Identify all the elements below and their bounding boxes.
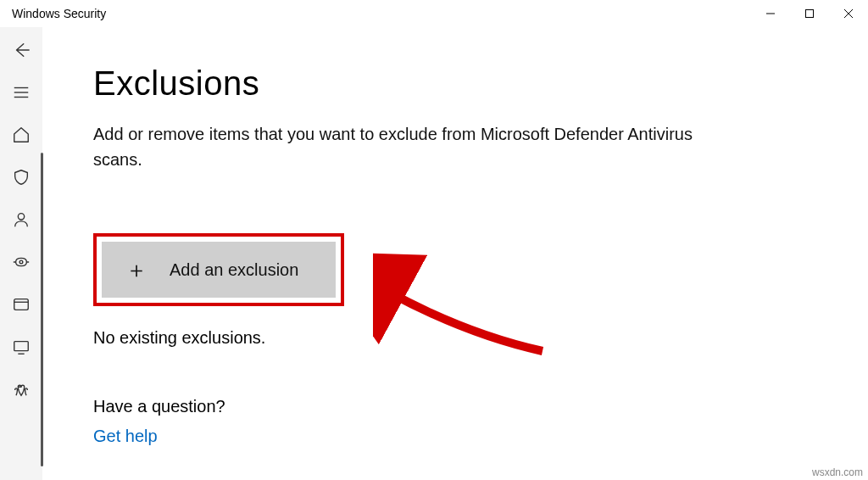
titlebar: Windows Security — [0, 0, 868, 27]
device-icon[interactable] — [12, 338, 31, 356]
svg-point-8 — [19, 260, 23, 264]
main-content: Exclusions Add or remove items that you … — [42, 27, 868, 480]
shield-icon[interactable] — [12, 168, 31, 187]
help-heading: Have a question? — [93, 397, 817, 416]
exclusions-status: No existing exclusions. — [93, 328, 817, 348]
firewall-icon[interactable] — [12, 253, 31, 271]
plus-icon: ＋ — [125, 259, 147, 281]
annotation-highlight: ＋ Add an exclusion — [93, 233, 344, 306]
svg-rect-1 — [806, 10, 814, 18]
menu-icon[interactable] — [12, 83, 31, 102]
page-description: Add or remove items that you want to exc… — [93, 121, 704, 172]
family-icon[interactable] — [12, 380, 31, 399]
minimize-button[interactable] — [751, 0, 790, 27]
svg-rect-9 — [14, 299, 29, 310]
close-button[interactable] — [829, 0, 868, 27]
svg-rect-11 — [14, 342, 29, 351]
window-title: Windows Security — [12, 7, 106, 20]
watermark: wsxdn.com — [812, 466, 863, 478]
svg-point-7 — [18, 214, 24, 220]
add-exclusion-button[interactable]: ＋ Add an exclusion — [102, 242, 336, 298]
home-icon[interactable] — [12, 126, 31, 144]
get-help-link[interactable]: Get help — [93, 427, 158, 445]
annotation-arrow-icon — [373, 241, 559, 368]
maximize-button[interactable] — [790, 0, 829, 27]
back-icon[interactable] — [12, 41, 31, 59]
page-title: Exclusions — [93, 64, 817, 103]
account-icon[interactable] — [12, 210, 31, 229]
window-controls — [751, 0, 868, 27]
add-exclusion-label: Add an exclusion — [170, 260, 298, 280]
app-browser-icon[interactable] — [12, 295, 31, 314]
sidebar — [0, 27, 42, 480]
